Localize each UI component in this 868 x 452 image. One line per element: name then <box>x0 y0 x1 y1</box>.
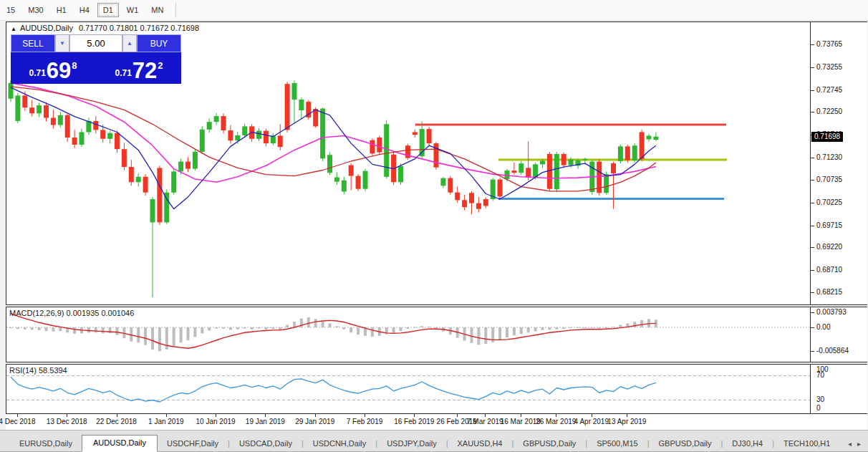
terminal-window: 15M30H1H4D1W1MN ▲AUDUSD,Daily0.71770 0.7… <box>0 0 868 452</box>
price-axis-tick <box>811 158 814 158</box>
timeframe-button-15[interactable]: 15 <box>1 4 20 16</box>
lot-size-input[interactable] <box>69 34 122 52</box>
date-axis-tick <box>265 414 266 417</box>
price-axis-tick <box>811 270 814 271</box>
timeframe-button-D1[interactable]: D1 <box>97 3 119 17</box>
sell-price-display[interactable]: 0.71 69 8 <box>11 52 95 84</box>
date-axis-tick <box>485 414 486 417</box>
price-axis-tick <box>811 247 814 248</box>
date-axis-label: 7 Feb 2019 <box>337 418 392 425</box>
timeframe-button-W1[interactable]: W1 <box>122 4 144 16</box>
chart-tab-usdjpy-daily[interactable]: USDJPY,Daily <box>377 436 446 451</box>
timeframe-button-H1[interactable]: H1 <box>52 4 72 16</box>
chart-tab-gbpusd-daily[interactable]: GBPUSD,Daily <box>513 436 585 451</box>
rsi-line <box>11 377 656 402</box>
macd-window: MACD(12,26,9) 0.001935 0.001046 0.003793… <box>6 307 867 362</box>
buy-price-display[interactable]: 0.71 72 2 <box>97 52 181 84</box>
date-axis-tick <box>457 414 458 417</box>
price-axis-label: 0.73765 <box>816 40 842 48</box>
price-axis-label: 0.72745 <box>816 86 842 94</box>
date-axis-tick <box>521 414 521 417</box>
rsi-value: 58.5394 <box>39 366 67 375</box>
chart-tab-usdcad-daily[interactable]: USDCAD,Daily <box>230 436 302 451</box>
price-axis-label: 0.68710 <box>816 266 842 274</box>
price-axis[interactable]: 0.737650.732550.727450.722500.717400.712… <box>810 22 867 304</box>
date-axis-label: 13 Apr 2019 <box>599 418 654 425</box>
chart-tab-usdchf-daily[interactable]: USDCHF,Daily <box>158 436 228 451</box>
date-axis-tick <box>556 414 556 417</box>
triangle-down-icon: ▼ <box>59 40 65 47</box>
tab-scroll-arrows: ◂▸ <box>845 440 864 451</box>
macd-axis-tick <box>811 327 814 328</box>
date-axis-tick <box>627 414 627 417</box>
date-axis-tick <box>216 414 216 417</box>
sell-price-pip-digit: 8 <box>72 60 77 71</box>
price-axis-label: 0.72250 <box>816 107 842 115</box>
macd-axis-label: 0.003793 <box>816 308 847 316</box>
sell-button[interactable]: SELL <box>11 34 55 52</box>
lot-increase-button[interactable]: ▲ <box>122 34 137 52</box>
buy-price-prefix: 0.71 <box>115 68 131 78</box>
date-axis-tick <box>592 414 592 417</box>
date-axis-label: 4 Dec 2018 <box>0 418 44 425</box>
toolbar-separator <box>175 2 176 18</box>
one-click-trade-panel: SELL ▼ ▲ BUY 0.71 69 8 0.71 72 2 <box>11 34 181 84</box>
chart-tab-dj30-h4[interactable]: DJ30,H4 <box>723 436 772 451</box>
price-axis-label: 0.69715 <box>816 221 842 229</box>
timeframe-button-M30[interactable]: M30 <box>23 4 48 16</box>
chart-tab-gbpusd-daily[interactable]: GBPUSD,Daily <box>650 436 721 451</box>
date-axis-tick <box>365 414 365 417</box>
buy-button[interactable]: BUY <box>137 34 181 52</box>
timeframe-button-MN[interactable]: MN <box>146 4 168 16</box>
price-axis-label: 0.73255 <box>816 63 842 71</box>
collapse-panel-icon[interactable]: ▲ <box>11 26 16 32</box>
price-axis-label: 0.69220 <box>816 243 842 251</box>
macd-axis-label: 0.00 <box>816 323 830 331</box>
chart-tab-xauusd-h4[interactable]: XAUUSD,H4 <box>448 436 512 451</box>
macd-signal-line <box>11 314 656 348</box>
sell-price-big-digits: 69 <box>47 61 71 81</box>
chart-symbol-label: AUDUSD,Daily <box>20 24 73 32</box>
chart-tab-audusd-daily[interactable]: AUDUSD,Daily <box>82 435 158 452</box>
tab-scroll-right-icon[interactable]: ▸ <box>854 440 864 448</box>
chart-tab-tech100-h1[interactable]: TECH100,H1 <box>774 436 839 451</box>
price-axis-tick <box>811 180 814 181</box>
rsi-name: RSI(14) <box>9 366 37 375</box>
price-axis-label: 0.71230 <box>816 153 842 161</box>
triangle-up-icon: ▲ <box>127 40 132 47</box>
tab-scroll-left-icon[interactable]: ◂ <box>845 440 854 448</box>
price-chart-window: ▲AUDUSD,Daily0.71770 0.71801 0.71672 0.7… <box>6 21 867 305</box>
chart-tabbar: EURUSD,DailyAUDUSD,DailyUSDCHF,Daily|USD… <box>0 433 868 452</box>
sell-price-prefix: 0.71 <box>29 68 45 78</box>
macd-axis-tick <box>811 312 814 313</box>
date-axis-tick <box>67 414 67 417</box>
rsi-window: RSI(14) 58.5394 10070300 <box>6 364 867 414</box>
rsi-axis: 10070300 <box>810 365 867 413</box>
rsi-axis-label: 30 <box>816 395 824 403</box>
timeframe-button-H4[interactable]: H4 <box>74 4 95 16</box>
price-axis-label: 0.70225 <box>816 198 842 206</box>
timeframe-toolbar: 15M30H1H4D1W1MN <box>0 0 868 21</box>
rsi-axis-label: 0 <box>816 404 821 412</box>
current-price-badge: 0.71698 <box>811 132 843 142</box>
buy-price-big-digits: 72 <box>132 61 157 81</box>
price-axis-tick <box>811 203 814 203</box>
macd-axis: 0.0037930.00-0.005864 <box>810 307 867 362</box>
price-axis-label: 0.70735 <box>816 175 842 183</box>
price-axis-tick <box>811 226 814 226</box>
date-axis-tick <box>17 414 18 417</box>
date-axis-tick <box>315 414 316 417</box>
date-axis-label: 1 Jan 2019 <box>139 418 193 425</box>
rsi-label: RSI(14) 58.5394 <box>9 366 67 375</box>
date-axis-tick <box>117 414 117 417</box>
date-axis-label: 13 Dec 2018 <box>39 418 94 425</box>
date-axis-label: 19 Jan 2019 <box>238 418 292 425</box>
chart-tab-eurusd-daily[interactable]: EURUSD,Daily <box>10 436 82 451</box>
price-axis-tick <box>811 292 814 293</box>
lot-decrease-button[interactable]: ▼ <box>55 34 69 52</box>
date-axis[interactable]: 4 Dec 201813 Dec 201822 Dec 20181 Jan 20… <box>6 414 867 430</box>
price-axis-tick <box>811 112 814 112</box>
chart-tab-sp500-m15[interactable]: SP500,M15 <box>587 436 647 451</box>
rsi-plot[interactable] <box>6 365 810 413</box>
chart-tab-usdcnh-daily[interactable]: USDCNH,Daily <box>304 436 376 451</box>
